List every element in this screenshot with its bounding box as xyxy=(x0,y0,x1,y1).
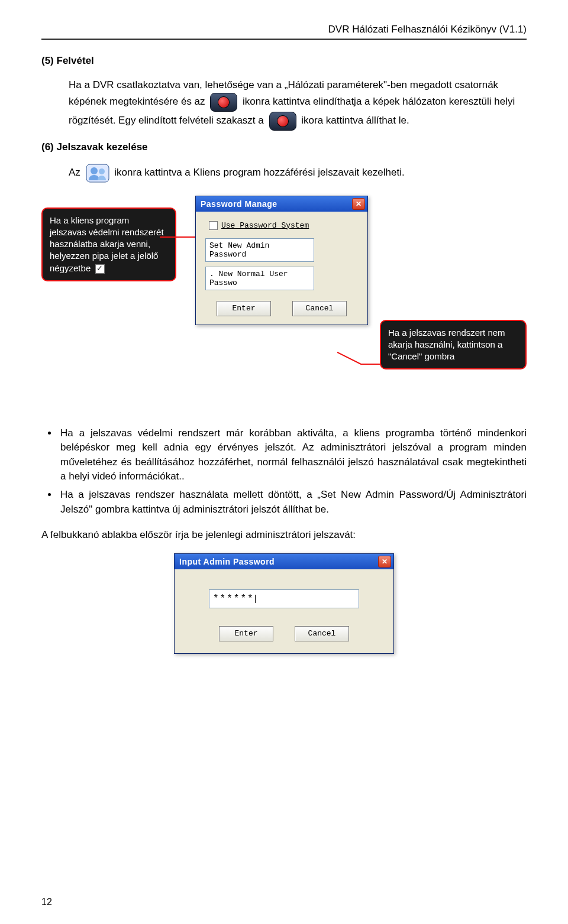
set-admin-password-button[interactable]: Set New Admin Password xyxy=(205,238,314,262)
admin-password-input[interactable]: ****** xyxy=(209,589,359,608)
enter-button[interactable]: Enter xyxy=(219,626,273,641)
text: ikora kattintva állíthat le. xyxy=(301,115,409,126)
section-5-heading: (5) Felvétel xyxy=(41,55,527,67)
dialog-titlebar: Input Admin Password ✕ xyxy=(175,554,393,569)
caret-icon xyxy=(255,595,256,603)
paragraph-input-admin: A felbukkanó ablakba először írja be jel… xyxy=(41,527,527,543)
check-icon xyxy=(95,264,105,274)
close-icon[interactable]: ✕ xyxy=(352,198,365,210)
users-icon xyxy=(86,164,109,183)
page-header: DVR Hálózati Felhasználói Kézikönyv (V1.… xyxy=(41,24,527,35)
use-password-label: Use Password System xyxy=(221,221,309,230)
page-number: 12 xyxy=(41,897,52,907)
text: Az xyxy=(69,167,80,178)
dialog-title: Input Admin Password xyxy=(179,557,275,566)
cancel-button[interactable]: Cancel xyxy=(292,301,347,316)
header-divider xyxy=(41,38,527,40)
callout-text: Ha a kliens program jelszavas védelmi re… xyxy=(50,215,164,273)
password-manage-figure: Ha a kliens program jelszavas védelmi re… xyxy=(41,196,527,408)
dialog-titlebar: Password Manage ✕ xyxy=(196,196,367,212)
svg-point-2 xyxy=(99,168,105,174)
use-password-checkbox[interactable] xyxy=(209,221,218,230)
callout-right: Ha a jelszavas rendszert nem akarja hasz… xyxy=(380,320,527,370)
list-item: Ha a jelszavas védelmi rendszert már kor… xyxy=(58,426,527,485)
close-icon[interactable]: ✕ xyxy=(378,556,391,568)
list-item: Ha a jelszavas rendszer használata melle… xyxy=(58,488,527,517)
record-start-icon xyxy=(210,93,237,112)
input-admin-figure: Input Admin Password ✕ ****** Enter Canc… xyxy=(41,553,527,654)
callout-text: Ha a jelszavas rendszert nem akarja hasz… xyxy=(388,328,505,362)
new-normal-user-password-button[interactable]: . New Normal User Passwo xyxy=(205,267,314,290)
password-manage-dialog: Password Manage ✕ Use Password System Se… xyxy=(195,196,368,325)
cancel-button[interactable]: Cancel xyxy=(295,626,349,641)
section-5-paragraph: Ha a DVR csatlakoztatva van, lehetősége … xyxy=(69,77,527,131)
input-admin-dialog: Input Admin Password ✕ ****** Enter Canc… xyxy=(174,553,394,654)
password-value: ****** xyxy=(213,594,254,604)
dialog-title: Password Manage xyxy=(201,199,277,209)
record-stop-icon xyxy=(269,112,296,131)
section-6-paragraph: Az ikonra kattintva a Kliens program hoz… xyxy=(69,164,527,183)
use-password-row: Use Password System xyxy=(209,221,358,230)
bullet-list: Ha a jelszavas védelmi rendszert már kor… xyxy=(58,426,527,517)
enter-button[interactable]: Enter xyxy=(217,301,271,316)
section-6-heading: (6) Jelszavak kezelése xyxy=(41,141,527,153)
text: ikonra kattintva a Kliens program hozzáf… xyxy=(114,167,404,178)
callout-left: Ha a kliens program jelszavas védelmi re… xyxy=(41,208,176,281)
svg-point-1 xyxy=(91,167,98,174)
